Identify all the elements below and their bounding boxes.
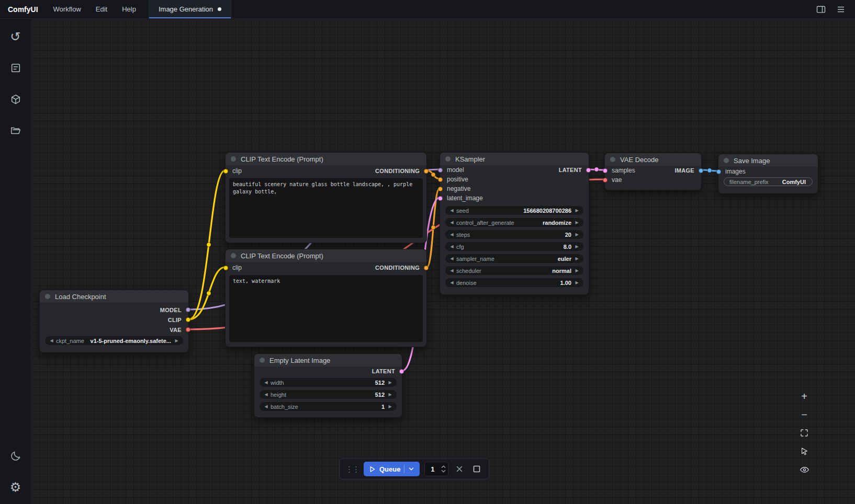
batch-count-input[interactable]: 1 (424, 462, 448, 476)
input-slot-model[interactable] (438, 168, 443, 173)
increment-icon[interactable]: ▶ (574, 232, 580, 237)
batch-count-value[interactable]: 1 (425, 465, 440, 473)
node-header[interactable]: Save Image (718, 154, 818, 167)
node-header[interactable]: Empty Latent Image (254, 354, 402, 366)
node-header[interactable]: KSampler (440, 153, 589, 165)
widget-seed[interactable]: ◀ seed 156680208700286 ▶ (445, 206, 583, 215)
increment-icon[interactable]: ▶ (174, 338, 179, 343)
decrement-icon[interactable]: ◀ (449, 220, 455, 225)
output-slot-latent[interactable] (586, 168, 591, 173)
node-header[interactable]: CLIP Text Encode (Prompt) (226, 249, 426, 262)
widget-control-after-generate[interactable]: ◀ control_after_generate randomize ▶ (445, 218, 583, 227)
widget-height[interactable]: ◀ height 512 ▶ (260, 390, 397, 399)
input-slot-negative[interactable] (438, 187, 443, 191)
queue-log-button[interactable] (4, 56, 27, 79)
collapse-dot-icon[interactable] (610, 157, 615, 162)
widget-steps[interactable]: ◀ steps 20 ▶ (445, 230, 583, 239)
settings-button[interactable]: ⚙ (4, 476, 27, 499)
toggle-visibility-button[interactable] (795, 461, 813, 478)
interrupt-button[interactable] (470, 463, 483, 475)
widget-width[interactable]: ◀ width 512 ▶ (260, 378, 397, 387)
output-slot-conditioning[interactable] (424, 169, 429, 174)
increment-icon[interactable]: ▶ (387, 392, 393, 397)
prompt-textarea[interactable]: beautiful scenery nature glass bottle la… (229, 178, 423, 238)
input-slot-vae[interactable] (603, 178, 608, 182)
increment-icon[interactable]: ▶ (574, 256, 580, 261)
widget-sampler-name[interactable]: ◀ sampler_name euler ▶ (445, 254, 583, 263)
node-ksampler[interactable]: KSampler model LATENT positive negative … (440, 152, 589, 295)
prompt-textarea[interactable]: text, watermark (229, 275, 423, 342)
input-slot-clip[interactable] (223, 169, 228, 174)
increment-icon[interactable]: ▶ (574, 244, 580, 249)
select-mode-button[interactable] (795, 443, 813, 460)
menu-edit[interactable]: Edit (88, 0, 115, 18)
drag-handle-icon[interactable]: ⋮⋮ (345, 465, 359, 473)
workflows-browser-button[interactable] (4, 119, 27, 142)
widget-batch-size[interactable]: ◀ batch_size 1 ▶ (260, 402, 397, 411)
increment-icon[interactable]: ▶ (574, 220, 580, 225)
hamburger-menu-icon[interactable] (833, 2, 849, 17)
queue-button[interactable]: Queue (364, 462, 420, 476)
node-clip-text-encode-positive[interactable]: CLIP Text Encode (Prompt) clip CONDITION… (225, 152, 427, 243)
node-load-checkpoint[interactable]: Load Checkpoint MODEL CLIP VAE ◀ ckpt_na… (39, 290, 189, 353)
node-header[interactable]: Load Checkpoint (40, 290, 188, 303)
step-up-icon[interactable] (441, 465, 446, 468)
decrement-icon[interactable]: ◀ (263, 404, 269, 409)
theme-toggle-button[interactable] (4, 444, 27, 467)
node-clip-text-encode-negative[interactable]: CLIP Text Encode (Prompt) clip CONDITION… (225, 249, 427, 347)
collapse-dot-icon[interactable] (260, 358, 265, 363)
output-slot-image[interactable] (699, 168, 703, 173)
widget-denoise[interactable]: ◀ denoise 1.00 ▶ (445, 278, 583, 287)
input-slot-positive[interactable] (438, 177, 443, 182)
output-slot-vae[interactable] (186, 327, 190, 332)
decrement-icon[interactable]: ◀ (449, 232, 455, 237)
output-slot-model[interactable] (186, 307, 190, 312)
decrement-icon[interactable]: ◀ (449, 268, 455, 273)
menu-help[interactable]: Help (115, 0, 143, 18)
input-slot-samples[interactable] (603, 168, 608, 173)
output-slot-conditioning[interactable] (424, 266, 429, 270)
model-library-button[interactable] (4, 88, 27, 111)
node-save-image[interactable]: Save Image images filename_prefix ComfyU… (718, 154, 818, 194)
clear-queue-button[interactable] (453, 463, 466, 475)
increment-icon[interactable]: ▶ (574, 268, 580, 273)
collapse-dot-icon[interactable] (231, 253, 236, 258)
tab-image-generation[interactable]: Image Generation (149, 0, 231, 18)
increment-icon[interactable]: ▶ (574, 208, 580, 213)
decrement-icon[interactable]: ◀ (263, 380, 269, 385)
node-header[interactable]: CLIP Text Encode (Prompt) (226, 153, 426, 165)
input-slot-images[interactable] (716, 169, 721, 174)
node-vae-decode[interactable]: VAE Decode samples IMAGE vae (604, 153, 702, 190)
node-header[interactable]: VAE Decode (605, 153, 701, 166)
fit-view-button[interactable] (795, 425, 813, 441)
output-slot-latent[interactable] (399, 369, 404, 374)
menu-workflow[interactable]: Workflow (46, 0, 88, 18)
increment-icon[interactable]: ▶ (387, 380, 393, 385)
workflow-history-button[interactable]: ↺ (4, 25, 27, 48)
collapse-dot-icon[interactable] (45, 294, 50, 299)
widget-ckpt-name[interactable]: ◀ ckpt_name v1-5-pruned-emaonly.safete..… (45, 336, 183, 345)
decrement-icon[interactable]: ◀ (449, 280, 455, 285)
zoom-out-button[interactable]: − (795, 406, 813, 423)
collapse-dot-icon[interactable] (445, 156, 451, 162)
decrement-icon[interactable]: ◀ (449, 208, 455, 213)
collapse-dot-icon[interactable] (724, 158, 729, 163)
step-down-icon[interactable] (441, 469, 446, 473)
decrement-icon[interactable]: ◀ (49, 338, 54, 343)
widget-filename-prefix[interactable]: filename_prefix ComfyUI (724, 177, 813, 186)
widget-cfg[interactable]: ◀ cfg 8.0 ▶ (445, 242, 583, 251)
zoom-in-button[interactable]: + (795, 388, 813, 405)
input-slot-latent-image[interactable] (438, 196, 443, 201)
widget-scheduler[interactable]: ◀ scheduler normal ▶ (445, 266, 583, 275)
decrement-icon[interactable]: ◀ (449, 256, 455, 261)
decrement-icon[interactable]: ◀ (449, 244, 455, 249)
node-empty-latent-image[interactable]: Empty Latent Image LATENT ◀ width 512 ▶ … (254, 353, 402, 418)
decrement-icon[interactable]: ◀ (263, 392, 269, 397)
collapse-dot-icon[interactable] (231, 156, 236, 162)
increment-icon[interactable]: ▶ (387, 404, 393, 409)
chevron-down-icon[interactable] (408, 466, 414, 472)
input-slot-clip[interactable] (223, 266, 228, 270)
increment-icon[interactable]: ▶ (574, 280, 580, 285)
output-slot-clip[interactable] (186, 317, 190, 322)
panel-toggle-icon[interactable] (813, 2, 829, 17)
